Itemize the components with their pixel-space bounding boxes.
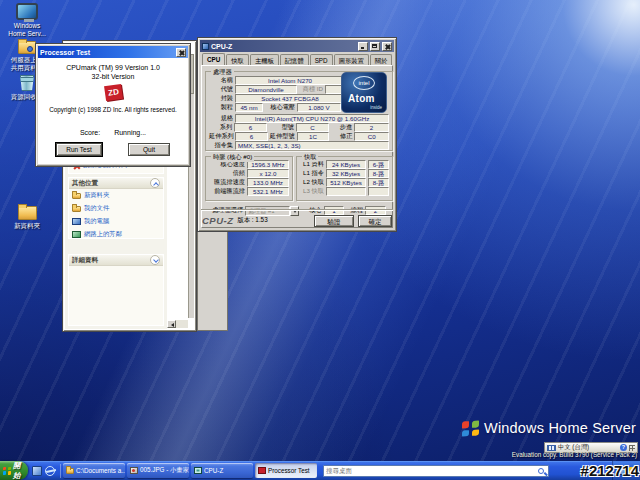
processor-test-dialog[interactable]: Processor Test CPUmark (TM) 99 Version 1… bbox=[35, 43, 191, 167]
other-places-header[interactable]: 其他位置 bbox=[69, 178, 163, 189]
desktop-icon-label: Windows bbox=[2, 22, 52, 30]
taskbar-button-processor-test[interactable]: Processor Test bbox=[255, 463, 317, 478]
start-label: 開始 bbox=[13, 461, 25, 480]
close-button[interactable] bbox=[382, 42, 392, 51]
family-field: 6 bbox=[234, 123, 267, 132]
help-icon[interactable]: ? bbox=[620, 444, 627, 451]
validate-button[interactable]: 驗證 bbox=[314, 215, 354, 227]
cache-group-title: 快取 bbox=[302, 153, 318, 162]
horizontal-scrollbar[interactable] bbox=[167, 320, 188, 328]
chevron-down-icon[interactable] bbox=[150, 255, 160, 265]
place-label: 網路上的芳鄰 bbox=[84, 230, 122, 239]
task-label: C:\Documents a... bbox=[76, 467, 125, 474]
folder-icon bbox=[18, 206, 37, 220]
voltage-label: 核心電壓 bbox=[265, 103, 295, 112]
l1-data-assoc-field: 6-路 bbox=[368, 160, 389, 169]
technology-field: 45 nm bbox=[235, 103, 263, 112]
rated-fsb-label: 前端匯流排 bbox=[209, 187, 245, 196]
run-test-button[interactable]: Run Test bbox=[56, 143, 102, 156]
language-options-icon[interactable] bbox=[629, 445, 635, 451]
other-places-item[interactable]: 新資料夾 bbox=[69, 189, 163, 202]
ext-family-label: 延伸系列 bbox=[209, 132, 233, 141]
internet-explorer-icon[interactable] bbox=[45, 466, 55, 476]
specification-field: Intel(R) Atom(TM) CPU N270 @ 1.60GHz bbox=[235, 114, 389, 123]
network-places-icon bbox=[72, 231, 81, 238]
keyboard-icon bbox=[547, 445, 556, 451]
package-label: 封裝 bbox=[209, 94, 233, 103]
details-box: 詳細資料 bbox=[68, 254, 164, 326]
family-label: 系列 bbox=[209, 123, 232, 132]
taskbar-button-cpuz[interactable]: CPU-Z bbox=[191, 463, 253, 478]
multiplier-label: 倍頻 bbox=[209, 169, 245, 178]
cpuz-window-icon bbox=[202, 43, 209, 50]
clocks-group: 時脈 (核心 #0) 核心速度 1596.3 MHz 倍頻 x 12.0 匯流排… bbox=[205, 156, 293, 201]
dialog-title: Processor Test bbox=[40, 49, 90, 56]
stepping-field: 2 bbox=[354, 123, 389, 132]
evaluation-watermark: Evaluation copy. Build 3790 (Service Pac… bbox=[512, 451, 637, 458]
close-button[interactable] bbox=[176, 48, 186, 57]
maximize-button[interactable] bbox=[370, 42, 380, 51]
atom-logo-text: Atom bbox=[348, 93, 375, 104]
taskbar-button-paint[interactable]: 005.JPG - 小畫家 bbox=[127, 463, 189, 478]
ok-button[interactable]: 確定 bbox=[358, 215, 392, 227]
windows-home-server-icon bbox=[16, 3, 38, 20]
technology-label: 製程 bbox=[209, 103, 233, 112]
bus-speed-label: 匯流排速度 bbox=[209, 178, 245, 187]
l2-cache-label: L2 快取 bbox=[300, 178, 324, 187]
l2-cache-size-field: 512 KBytes bbox=[326, 178, 366, 187]
quit-button[interactable]: Quit bbox=[128, 143, 170, 156]
cache-group: 快取 L1 資料 24 KBytes 6-路 L1 指令 32 KBytes 8… bbox=[296, 156, 393, 201]
start-button[interactable]: 開始 bbox=[0, 461, 28, 480]
desktop-icon-windows-home-server[interactable]: Windows Home Serv... bbox=[2, 3, 52, 37]
processor-group: 處理器 intel Atom inside 名稱 Intel Atom N270… bbox=[205, 71, 393, 151]
details-title: 詳細資料 bbox=[72, 256, 98, 265]
ext-model-field: 1C bbox=[297, 132, 330, 141]
task-label: CPU-Z bbox=[204, 467, 223, 474]
zd-logo: ZD bbox=[104, 84, 123, 101]
recycle-bin-icon bbox=[20, 75, 34, 91]
task-label: 005.JPG - 小畫家 bbox=[140, 466, 189, 475]
desktop-icon-new-folder[interactable]: 新資料夾 bbox=[2, 203, 52, 230]
taskbar-divider bbox=[60, 464, 61, 478]
rated-fsb-field: 532.1 MHz bbox=[247, 187, 289, 196]
inside-logo-text: inside bbox=[370, 105, 382, 110]
other-places-item[interactable]: 網路上的芳鄰 bbox=[69, 228, 163, 241]
minimize-button[interactable] bbox=[358, 42, 368, 51]
cpuz-cpu-page: 處理器 intel Atom inside 名稱 Intel Atom N270… bbox=[201, 65, 393, 228]
cpuz-window-title: CPU-Z bbox=[211, 43, 232, 50]
codename-field: Diamondville bbox=[235, 85, 297, 94]
stepping-label: 步進 bbox=[331, 123, 352, 132]
cpuz-window[interactable]: CPU-Z CPU 快取 主機板 記憶體 SPD 圖形裝置 關於 處理器 int… bbox=[197, 37, 397, 232]
scroll-left-arrow[interactable] bbox=[167, 320, 176, 328]
person-icon bbox=[27, 46, 33, 52]
shared-folders-icon bbox=[18, 41, 36, 54]
cpuz-footer-logo: CPU-Z bbox=[202, 215, 234, 226]
branding-text: Windows Home Server bbox=[484, 420, 636, 436]
app-name-line: CPUmark (TM) 99 Version 1.0 bbox=[38, 64, 188, 71]
desktop-search-input[interactable] bbox=[326, 467, 538, 474]
search-icon[interactable] bbox=[538, 468, 544, 474]
codename-label: 代號 bbox=[209, 85, 233, 94]
dialog-title-bar: Processor Test bbox=[38, 46, 188, 58]
package-field: Socket 437 FCBGA8 bbox=[235, 94, 345, 103]
taskbar-button-explorer[interactable]: C:\Documents a... bbox=[63, 463, 125, 478]
cpu-chip-icon bbox=[194, 467, 202, 474]
other-places-item[interactable]: 我的文件 bbox=[69, 202, 163, 215]
l1-inst-size-field: 32 KBytes bbox=[326, 169, 366, 178]
footer-separator bbox=[201, 209, 393, 211]
revision-field: C0 bbox=[354, 132, 389, 141]
l3-cache-assoc-field bbox=[368, 187, 389, 196]
bus-speed-field: 133.0 MHz bbox=[247, 178, 289, 187]
place-label: 我的文件 bbox=[84, 204, 109, 213]
name-label: 名稱 bbox=[209, 76, 233, 85]
chevron-up-icon[interactable] bbox=[150, 178, 160, 188]
details-header[interactable]: 詳細資料 bbox=[69, 255, 163, 266]
other-places-item[interactable]: 我的電腦 bbox=[69, 215, 163, 228]
multiplier-field: x 12.0 bbox=[247, 169, 289, 178]
my-computer-icon bbox=[72, 218, 81, 225]
model-field: C bbox=[296, 123, 329, 132]
cpu-name-field: Intel Atom N270 bbox=[235, 76, 345, 85]
show-desktop-icon[interactable] bbox=[32, 466, 42, 476]
desktop-search-box[interactable] bbox=[323, 465, 549, 477]
place-label: 我的電腦 bbox=[84, 217, 109, 226]
